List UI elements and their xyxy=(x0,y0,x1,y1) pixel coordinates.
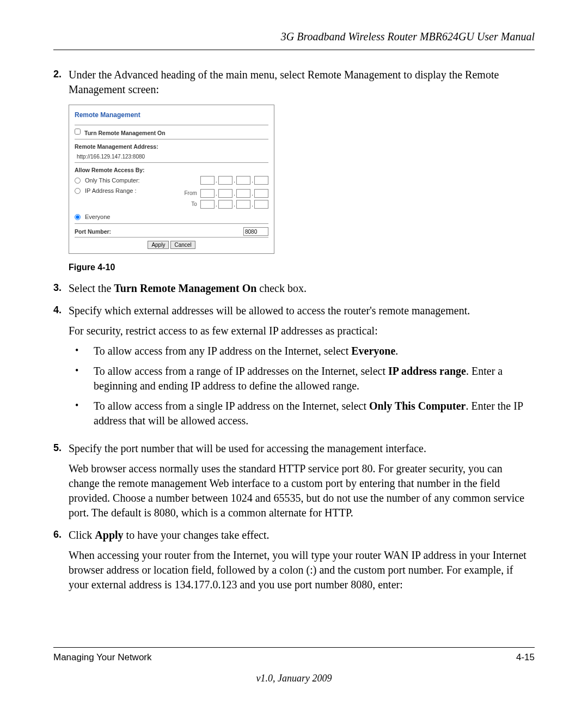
step-number: 5. xyxy=(53,441,69,520)
ip-octet[interactable] xyxy=(254,176,268,185)
addr-label: Remote Management Address: xyxy=(75,143,268,150)
ip-octet[interactable] xyxy=(200,176,215,185)
port-label: Port Number: xyxy=(75,228,111,235)
range-row: IP Address Range : From ... To ... xyxy=(75,187,268,211)
step-2: 2. Under the Advanced heading of the mai… xyxy=(53,68,535,97)
port-row: Port Number: xyxy=(75,227,268,236)
apply-button[interactable]: Apply xyxy=(148,241,169,249)
only-this-row: Only This Computer: ... xyxy=(75,176,268,185)
ip-octet[interactable] xyxy=(218,189,232,198)
only-this-radio[interactable] xyxy=(75,178,81,184)
everyone-label: Everyone xyxy=(85,213,110,221)
panel-title: Remote Management xyxy=(75,108,268,124)
footer-section: Managing Your Network xyxy=(53,652,152,663)
content-area: 2. Under the Advanced heading of the mai… xyxy=(53,68,535,592)
step-3-text: Select the Turn Remote Management On che… xyxy=(69,281,535,296)
ip-octet[interactable] xyxy=(254,200,268,209)
from-label: From xyxy=(184,190,197,197)
turn-remote-mgmt-checkbox[interactable] xyxy=(75,129,81,135)
header-rule xyxy=(53,50,535,50)
step-number: 6. xyxy=(53,528,69,592)
everyone-row: Everyone xyxy=(75,213,268,221)
ip-octet[interactable] xyxy=(218,200,232,209)
footer-page: 4-15 xyxy=(516,652,535,663)
remote-management-screenshot: Remote Management Turn Remote Management… xyxy=(69,105,274,254)
ip-octet[interactable] xyxy=(200,189,215,198)
turn-remote-mgmt-label: Turn Remote Management On xyxy=(84,130,166,136)
to-label: To xyxy=(191,200,197,208)
only-this-ip: ... xyxy=(200,176,268,185)
running-header: 3G Broadband Wireless Router MBR624GU Us… xyxy=(53,31,535,47)
page-footer: Managing Your Network 4-15 v1.0, January… xyxy=(53,637,535,684)
step-6: 6. Click Apply to have your changes take… xyxy=(53,528,535,592)
step-number: 4. xyxy=(53,303,69,434)
addr-value: http://166.129.147.123:8080 xyxy=(77,153,268,161)
figure-caption: Figure 4-10 xyxy=(69,261,535,273)
range-radio[interactable] xyxy=(75,188,81,194)
step-5: 5. Specify the port number that will be … xyxy=(53,441,535,520)
step-4: 4. Specify which external addresses will… xyxy=(53,303,535,434)
cancel-button[interactable]: Cancel xyxy=(170,241,195,249)
bullet-icon: • xyxy=(69,399,94,428)
step-5-para: Web browser access normally uses the sta… xyxy=(69,461,535,520)
turn-on-row: Turn Remote Management On xyxy=(75,129,268,137)
step-4-text: Specify which external addresses will be… xyxy=(69,303,535,318)
ip-octet[interactable] xyxy=(218,176,232,185)
ip-octet[interactable] xyxy=(236,176,250,185)
step-4-sub: For security, restrict access to as few … xyxy=(69,324,535,338)
step-4-bullets: •To allow access from any IP address on … xyxy=(69,344,535,428)
ip-octet[interactable] xyxy=(236,200,250,209)
bullet-icon: • xyxy=(69,364,94,393)
step-number: 3. xyxy=(53,281,69,296)
bullet-text: To allow access from a range of IP addre… xyxy=(94,364,535,393)
port-input[interactable] xyxy=(243,227,268,236)
ip-octet[interactable] xyxy=(200,200,215,209)
ip-octet[interactable] xyxy=(254,189,268,198)
only-this-label: Only This Computer: xyxy=(85,176,140,185)
step-5-text: Specify the port number that will be use… xyxy=(69,441,535,456)
range-ip-block: From ... To ... xyxy=(184,187,268,211)
allow-label: Allow Remote Access By: xyxy=(75,166,268,174)
figure-4-10: Remote Management Turn Remote Management… xyxy=(69,105,535,254)
step-3: 3. Select the Turn Remote Management On … xyxy=(53,281,535,296)
footer-version: v1.0, January 2009 xyxy=(53,673,535,684)
range-label: IP Address Range : xyxy=(85,187,137,195)
button-row: Apply Cancel xyxy=(75,241,268,249)
step-6-para: When accessing your router from the Inte… xyxy=(69,548,535,592)
bullet-text: To allow access from a single IP address… xyxy=(94,399,535,428)
ip-octet[interactable] xyxy=(236,189,250,198)
step-6-text: Click Apply to have your changes take ef… xyxy=(69,528,535,543)
footer-rule xyxy=(53,647,535,648)
everyone-radio[interactable] xyxy=(75,214,81,220)
bullet-icon: • xyxy=(69,344,94,358)
step-2-text: Under the Advanced heading of the main m… xyxy=(69,68,535,97)
bullet-text: To allow access from any IP address on t… xyxy=(94,344,535,358)
step-number: 2. xyxy=(53,68,69,97)
